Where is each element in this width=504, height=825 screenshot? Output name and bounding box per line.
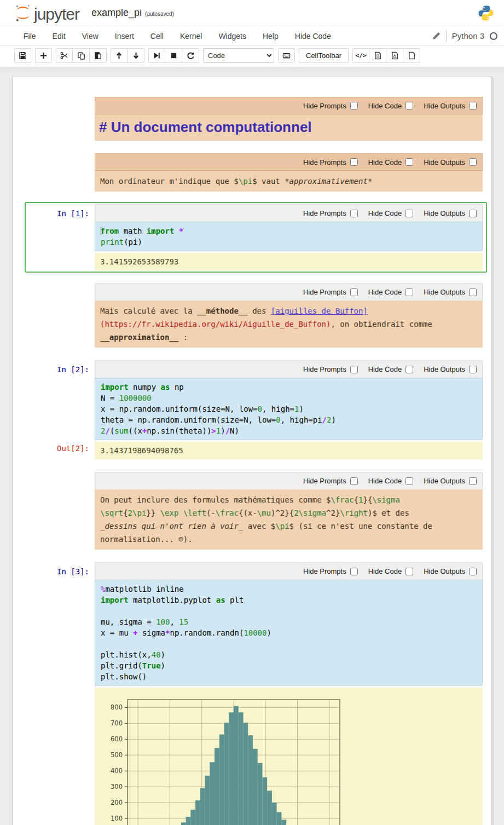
file-blank-button[interactable] (403, 48, 420, 63)
menu-file[interactable]: File (15, 27, 44, 45)
hide-code-checkbox[interactable] (405, 477, 413, 485)
python-logo (478, 4, 494, 22)
restart-button[interactable] (182, 48, 199, 63)
menu-cell[interactable]: Cell (142, 27, 172, 45)
cell-toolbar-label: Hide Code (368, 209, 402, 217)
celltoolbar-button[interactable]: CellToolbar (299, 48, 349, 63)
restart-icon (187, 51, 195, 60)
jupyter-logo-icon (14, 4, 32, 22)
add-cell-button[interactable] (35, 48, 52, 63)
save-icon (19, 51, 27, 60)
hide-code-checkbox[interactable] (405, 210, 413, 217)
svg-text:500: 500 (111, 751, 123, 759)
cell-toolbar: Hide PromptsHide CodeHide Outputs (95, 204, 483, 222)
cell-toolbar-label: Hide Code (368, 567, 402, 575)
hide-code-checkbox[interactable] (405, 366, 413, 373)
hide-prompts-checkbox[interactable] (350, 210, 358, 217)
hide-outputs-checkbox[interactable] (469, 366, 477, 373)
cell-toolbar-label: Hide Code (368, 288, 402, 296)
paste-button[interactable] (90, 48, 107, 63)
hide-outputs-checkbox[interactable] (469, 477, 477, 485)
cell-type-select[interactable]: Code (203, 48, 274, 63)
menu-widgets[interactable]: Widgets (210, 27, 254, 45)
hide-code-checkbox[interactable] (405, 102, 413, 109)
move-up-button[interactable] (111, 48, 128, 63)
cell-code-2[interactable]: Hide PromptsHide CodeHide OutputsIn [2]:… (25, 358, 487, 461)
hide-code-checkbox[interactable] (405, 158, 413, 166)
menu-insert[interactable]: Insert (107, 27, 142, 45)
stop-button[interactable] (165, 48, 182, 63)
toolbar-group (14, 48, 31, 63)
hide-prompts-checkbox[interactable] (350, 158, 358, 166)
cell-md-formules[interactable]: Hide PromptsHide CodeHide OutputsOn peut… (25, 470, 487, 552)
code-editor[interactable]: %matplotlib inlineimport matplotlib.pypl… (95, 580, 483, 686)
code-editor[interactable]: from math import *print(pi) (95, 222, 483, 251)
copy-button[interactable] (73, 48, 90, 63)
paste-icon (94, 51, 102, 60)
add-cell-icon (39, 51, 48, 60)
menu-kernel[interactable]: Kernel (172, 27, 210, 45)
svg-text:800: 800 (111, 703, 123, 711)
autosave-status: (autosaved) (145, 11, 174, 17)
input-prompt: In [1]: (27, 204, 95, 251)
hide-prompts-checkbox[interactable] (350, 477, 358, 485)
hide-outputs-checkbox[interactable] (469, 568, 477, 575)
cell-toolbar: Hide PromptsHide CodeHide Outputs (95, 562, 483, 580)
hide-code-checkbox[interactable] (405, 568, 413, 575)
cell-toolbar: Hide PromptsHide CodeHide Outputs (95, 472, 483, 489)
toggle-code-button[interactable]: </> (352, 48, 369, 63)
cell-toolbar-label: Hide Outputs (424, 209, 465, 217)
hide-prompts-checkbox[interactable] (350, 289, 358, 296)
notebook-title[interactable]: example_pi (autosaved) (91, 7, 174, 19)
cell-md-buffon[interactable]: Hide PromptsHide CodeHide OutputsMais ca… (25, 281, 487, 350)
markdown-editor[interactable]: # Un document computationnel (95, 114, 483, 141)
toolbar-group (148, 48, 199, 63)
menu-help[interactable]: Help (254, 27, 287, 45)
markdown-editor[interactable]: On peut inclure des formules mathématiqu… (95, 489, 483, 550)
svg-text:200: 200 (111, 799, 123, 806)
menu-edit[interactable]: Edit (44, 27, 74, 45)
hide-outputs-checkbox[interactable] (469, 289, 477, 296)
markdown-editor[interactable]: Mon ordinateur m'indique que $\pi$ vaut … (95, 171, 483, 192)
main-toolbar: CodeCellToolbar</> (0, 46, 504, 67)
cell-toolbar-label: Hide Outputs (424, 158, 465, 166)
cell-toolbar: Hide PromptsHide CodeHide Outputs (95, 97, 483, 114)
save-button[interactable] (14, 48, 31, 63)
run-button[interactable] (148, 48, 165, 63)
file-pdf-button[interactable] (386, 48, 403, 63)
cut-button[interactable] (56, 48, 73, 63)
histogram-figure: 0100200300400500600700800406080100120140… (99, 693, 455, 825)
hide-outputs-checkbox[interactable] (469, 102, 477, 109)
svg-text:300: 300 (111, 783, 123, 791)
markdown-editor[interactable]: Mais calculé avec la __méthode__ des [ai… (95, 301, 483, 348)
cell-list: Hide PromptsHide CodeHide Outputs# Un do… (25, 95, 491, 825)
notebook-name: example_pi (91, 7, 142, 19)
svg-text:600: 600 (111, 735, 123, 743)
plot-output: 0100200300400500600700800406080100120140… (95, 688, 483, 825)
jupyter-logo[interactable]: jupyter (14, 4, 79, 22)
hide-code-checkbox[interactable] (405, 289, 413, 296)
svg-text:400: 400 (111, 767, 123, 775)
move-down-button[interactable] (128, 48, 144, 63)
hide-prompts-checkbox[interactable] (350, 102, 358, 109)
file-pdf-icon (391, 51, 399, 60)
code-editor[interactable]: import numpy as npN = 1000000x = np.rand… (95, 378, 483, 440)
menu-view[interactable]: View (74, 27, 107, 45)
hide-prompts-checkbox[interactable] (350, 568, 358, 575)
hide-outputs-checkbox[interactable] (469, 158, 477, 166)
hide-outputs-checkbox[interactable] (469, 210, 477, 217)
cell-md-intro[interactable]: Hide PromptsHide CodeHide OutputsMon ord… (25, 151, 487, 194)
menu-hide-code[interactable]: Hide Code (287, 27, 339, 45)
stop-icon (170, 51, 178, 60)
cell-code-3[interactable]: Hide PromptsHide CodeHide OutputsIn [3]:… (25, 560, 487, 825)
hide-prompts-checkbox[interactable] (350, 366, 358, 373)
copy-icon (77, 51, 85, 60)
file-text-button[interactable] (369, 48, 386, 63)
cut-icon (60, 51, 68, 60)
cell-md-title[interactable]: Hide PromptsHide CodeHide Outputs# Un do… (25, 95, 487, 143)
cell-code-1[interactable]: Hide PromptsHide CodeHide OutputsIn [1]:… (25, 202, 487, 273)
menubar-right: Python 3 (432, 30, 497, 42)
cell-toolbar-label: Hide Prompts (303, 477, 346, 485)
run-icon (153, 51, 161, 60)
keyboard-button[interactable] (278, 48, 295, 63)
